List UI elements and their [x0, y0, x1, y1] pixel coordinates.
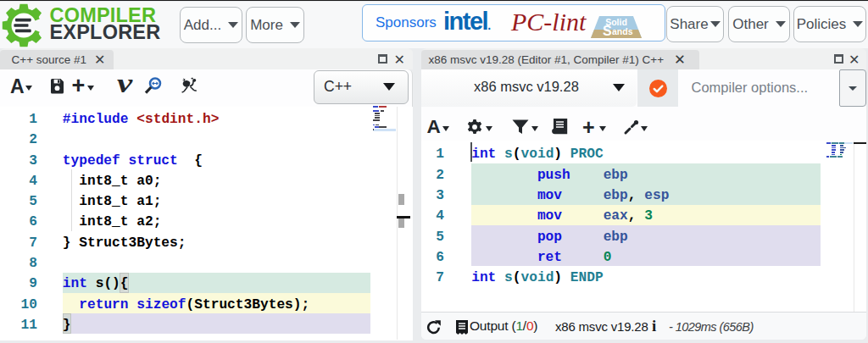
svg-text:S: S [603, 24, 612, 38]
svg-text:ands: ands [612, 26, 633, 36]
